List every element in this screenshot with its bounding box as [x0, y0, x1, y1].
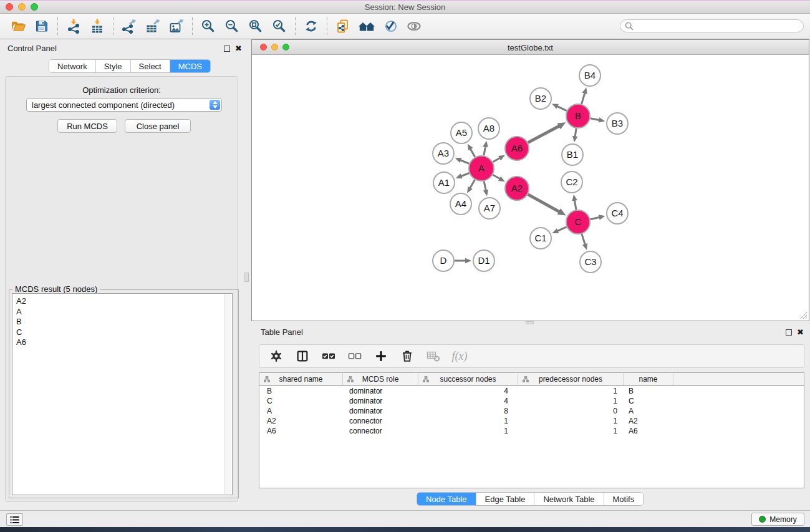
tab-edge-table[interactable]: Edge Table [476, 493, 535, 505]
network-edge[interactable] [552, 227, 566, 233]
network-node[interactable]: A4 [450, 193, 471, 215]
table-cell[interactable]: connector [343, 417, 418, 425]
network-node[interactable]: C4 [607, 203, 628, 224]
table-cell[interactable]: A [259, 407, 343, 415]
zoom-in-button[interactable] [196, 16, 220, 37]
table-cell[interactable]: 0 [518, 407, 624, 415]
table-cell[interactable]: 1 [518, 397, 624, 405]
refresh-button[interactable] [299, 16, 323, 37]
network-node[interactable]: B4 [579, 65, 600, 86]
horizontal-splitter-handle[interactable] [526, 321, 534, 324]
table-row[interactable]: Cdominator41C [259, 396, 804, 406]
network-node[interactable]: A3 [433, 143, 454, 164]
table-settings-button[interactable] [267, 347, 286, 365]
clear-selection-button[interactable] [345, 347, 364, 365]
import-table-button[interactable] [85, 16, 109, 37]
table-cell[interactable]: A2 [624, 417, 673, 425]
tab-network-table[interactable]: Network Table [534, 493, 604, 505]
column-header-successor-nodes[interactable]: successor nodes [418, 373, 518, 385]
network-edge[interactable] [572, 128, 577, 142]
column-header-name[interactable]: name [624, 373, 673, 385]
network-node[interactable]: C [566, 210, 590, 234]
zoom-fit-button[interactable] [244, 16, 268, 37]
table-cell[interactable]: dominator [343, 397, 418, 405]
network-node[interactable]: A2 [505, 177, 529, 200]
table-cell[interactable]: dominator [343, 387, 418, 395]
search-input[interactable] [634, 21, 803, 31]
network-node[interactable]: B2 [530, 88, 551, 109]
table-row[interactable]: A2connector11A2 [259, 416, 804, 426]
table-panel-close-button[interactable]: ✖ [797, 329, 804, 336]
network-node[interactable]: D [433, 250, 454, 271]
network-edge[interactable] [483, 181, 488, 196]
run-mcds-button[interactable]: Run MCDS [57, 119, 117, 133]
table-cell[interactable]: 1 [418, 427, 518, 435]
table-row[interactable]: A6connector11A6 [259, 426, 804, 436]
delete-row-button[interactable] [398, 347, 417, 365]
mcds-result-item[interactable]: A2 [16, 296, 232, 307]
search-box[interactable] [620, 19, 804, 32]
table-cell[interactable]: A6 [259, 427, 343, 435]
network-edge[interactable] [493, 175, 505, 181]
export-image-button[interactable] [165, 16, 188, 37]
table-cell[interactable]: 8 [418, 407, 518, 415]
table-cell[interactable]: 1 [418, 417, 518, 425]
import-network-button[interactable] [62, 16, 85, 37]
zoom-selected-button[interactable] [268, 16, 291, 37]
network-node[interactable]: A1 [433, 172, 455, 193]
network-edge[interactable] [528, 195, 566, 216]
network-edge[interactable] [591, 215, 605, 220]
table-cell[interactable]: B [624, 387, 673, 395]
tab-node-table[interactable]: Node Table [417, 493, 476, 505]
network-node[interactable]: A7 [479, 198, 500, 219]
toggle-graphics-details-button[interactable] [378, 16, 402, 37]
mcds-result-item[interactable]: A [16, 307, 232, 317]
tab-network[interactable]: Network [49, 60, 96, 72]
network-node[interactable]: A6 [505, 137, 529, 160]
table-row[interactable]: Bdominator41B [259, 386, 804, 396]
add-row-button[interactable] [372, 347, 390, 365]
network-edge[interactable] [455, 258, 471, 264]
mcds-result-item[interactable]: C [16, 327, 232, 338]
tab-motifs[interactable]: Motifs [604, 493, 644, 505]
vertical-splitter-handle[interactable] [244, 273, 249, 282]
table-cell[interactable]: 1 [518, 427, 624, 435]
duplicate-network-button[interactable] [331, 16, 355, 37]
network-node[interactable]: A8 [478, 118, 499, 139]
mcds-result-scrollbar[interactable] [224, 294, 231, 494]
network-node[interactable]: A5 [451, 122, 472, 143]
network-edge[interactable] [455, 158, 470, 163]
network-edge[interactable] [468, 143, 475, 157]
control-panel-float-button[interactable] [224, 46, 230, 52]
network-window-titlebar[interactable]: testGlobe.txt [252, 40, 809, 55]
network-edge[interactable] [572, 195, 577, 210]
mcds-result-list[interactable]: A2ABCA6 [12, 293, 233, 495]
network-edge[interactable] [528, 122, 566, 142]
save-session-button[interactable] [30, 16, 54, 37]
network-node[interactable]: C2 [561, 172, 582, 193]
control-panel-close-button[interactable]: ✖ [235, 45, 242, 52]
table-cell[interactable]: connector [343, 427, 418, 435]
tab-mcds[interactable]: MCDS [170, 60, 210, 72]
delete-table-button[interactable] [424, 347, 443, 365]
mcds-result-item[interactable]: B [16, 317, 232, 327]
network-node[interactable]: C3 [580, 251, 601, 273]
home-button[interactable] [355, 16, 378, 37]
table-cell[interactable]: B [259, 387, 343, 395]
table-row[interactable]: Adominator80A [259, 406, 804, 416]
network-edge[interactable] [467, 180, 475, 193]
tab-select[interactable]: Select [131, 60, 170, 72]
table-cell[interactable]: dominator [343, 407, 418, 415]
network-node[interactable]: C1 [530, 228, 551, 249]
table-cell[interactable]: 4 [418, 387, 518, 395]
network-edge[interactable] [456, 173, 470, 179]
show-hide-button[interactable] [402, 16, 426, 37]
table-cell[interactable]: 1 [518, 387, 624, 395]
table-cell[interactable]: A2 [259, 417, 343, 425]
table-cell[interactable]: C [624, 397, 673, 405]
network-edge[interactable] [493, 155, 505, 162]
network-node[interactable]: A [469, 156, 494, 181]
open-file-button[interactable] [6, 16, 30, 37]
network-node[interactable]: D1 [473, 250, 494, 271]
network-canvas[interactable]: AA1A2A3A4A5A6A7A8BB1B2B3B4CC1C2C3C4DD1 [252, 56, 809, 321]
